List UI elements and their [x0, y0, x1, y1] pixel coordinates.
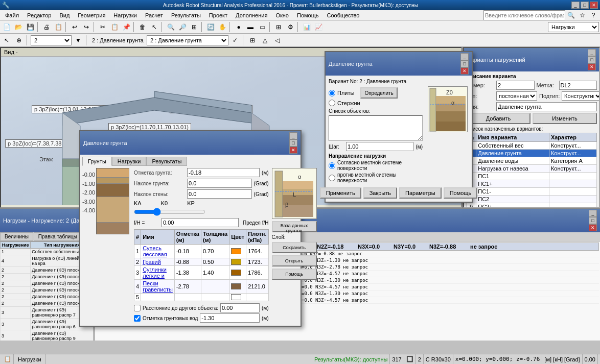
- redo-btn[interactable]: ↪: [81, 21, 92, 33]
- search-input[interactable]: [483, 10, 565, 20]
- variant-row[interactable]: 8 ПС2: [467, 196, 597, 203]
- pan-btn[interactable]: ✋: [217, 21, 228, 33]
- variant-row[interactable]: 4 Нагрузка от навеса Конструкт...: [467, 165, 597, 173]
- soil-row[interactable]: 5: [134, 294, 269, 301]
- gd2-minimize[interactable]: _: [460, 53, 469, 60]
- rasstoyaniye-input[interactable]: [220, 303, 260, 312]
- bp-maximize[interactable]: □: [589, 217, 597, 224]
- k-slider[interactable]: [134, 208, 205, 216]
- menu-view[interactable]: Вид: [55, 11, 74, 19]
- menu-loads[interactable]: Нагрузки: [109, 11, 141, 19]
- soil-row[interactable]: 2 Гравий -0.88 0.50 1723.: [134, 258, 269, 266]
- radio-protiv[interactable]: [329, 175, 335, 181]
- delete-btn[interactable]: 🗑: [137, 21, 148, 33]
- izmenit-btn[interactable]: Изменить: [533, 113, 597, 124]
- tip-select[interactable]: постоянная: [496, 91, 537, 101]
- status-loads-tab[interactable]: Нагрузки: [14, 354, 46, 364]
- menu-calc[interactable]: Расчет: [141, 11, 167, 19]
- help-btn[interactable]: ?: [588, 10, 599, 21]
- calc-btn[interactable]: ⚙: [285, 21, 296, 33]
- tb2-btn2[interactable]: ⊕: [13, 35, 25, 46]
- open-soil-btn[interactable]: Открыть: [272, 255, 317, 266]
- gd1-tab-nagruzki[interactable]: Нагрузки: [112, 157, 147, 166]
- beam-btn[interactable]: ▬: [245, 21, 256, 33]
- copy-btn[interactable]: 📋: [109, 21, 120, 33]
- variant-row[interactable]: 9 ПС2+: [467, 203, 597, 207]
- new-btn[interactable]: 📄: [1, 21, 12, 33]
- naklon-grunta-input[interactable]: [187, 179, 252, 188]
- zoom-fit-btn[interactable]: ⊞: [189, 21, 200, 33]
- bp-close[interactable]: ✕: [589, 224, 597, 231]
- mesh-btn[interactable]: ⊞: [273, 21, 284, 33]
- save-btn[interactable]: 💾: [25, 21, 36, 33]
- variant-row[interactable]: 1 Собственный вес Конструкт...: [467, 142, 597, 150]
- soil-row[interactable]: 1 Супесь лессовая -0.18 0.70 1764.: [134, 245, 269, 258]
- rasstoyaniye-check[interactable]: [134, 305, 141, 311]
- nomer-input[interactable]: [496, 81, 535, 90]
- menu-geometry[interactable]: Геометрия: [74, 11, 109, 19]
- gd1-close[interactable]: ✕: [289, 147, 297, 154]
- menu-results[interactable]: Результаты: [167, 11, 205, 19]
- tb2-tool3[interactable]: ◁: [271, 35, 283, 46]
- variant-row[interactable]: 7 ПС1-: [467, 188, 597, 196]
- imya-input[interactable]: [496, 102, 597, 111]
- gd1-tab-grunty[interactable]: Грунты: [82, 157, 112, 166]
- parametry-btn[interactable]: Параметры: [399, 187, 442, 199]
- variants-maximize[interactable]: □: [588, 56, 596, 63]
- menu-community[interactable]: Сообщество: [322, 11, 363, 19]
- menu-editor[interactable]: Редактор: [23, 11, 55, 19]
- ground-dialog-1-title[interactable]: Давление грунта _ □ ✕: [80, 131, 301, 155]
- variant-row[interactable]: 3 Давление воды Категория А: [467, 157, 597, 165]
- tb2-apply-btn[interactable]: ✓: [229, 35, 241, 46]
- variants-minimize[interactable]: _: [588, 49, 596, 56]
- metka-input[interactable]: [559, 81, 597, 90]
- tb2-btn1[interactable]: ↖: [1, 35, 12, 46]
- paste-btn[interactable]: 📌: [121, 21, 132, 33]
- pomoshch-gd2-btn[interactable]: Помощь: [444, 187, 478, 199]
- bottom-panel-controls[interactable]: _ □ ✕: [589, 210, 597, 231]
- open-btn[interactable]: 📂: [13, 21, 24, 33]
- tb2-tool1[interactable]: ⊞: [247, 35, 258, 46]
- minimize-btn[interactable]: _: [571, 2, 580, 9]
- menu-help[interactable]: Помощь: [293, 11, 323, 19]
- variant-row[interactable]: 5 ПС1: [467, 173, 597, 180]
- tb2-tool2[interactable]: △: [259, 35, 270, 46]
- radio-sterzhni[interactable]: [329, 100, 335, 106]
- variants-panel-controls[interactable]: _ □ ✕: [588, 49, 596, 70]
- loads-combo[interactable]: Нагрузки: [548, 22, 599, 32]
- podtip-select[interactable]: Конструктивн.: [562, 91, 599, 101]
- cut-btn[interactable]: ✂: [97, 21, 108, 33]
- gd1-minimize[interactable]: _: [289, 132, 297, 139]
- otmetka-vod-input[interactable]: [200, 313, 260, 323]
- opredelit-btn[interactable]: Определить: [360, 87, 397, 99]
- zoom-in-btn[interactable]: 🔍: [165, 21, 176, 33]
- tb2-arrow-btn[interactable]: ▼: [73, 35, 84, 46]
- otmetka-input[interactable]: [187, 168, 260, 177]
- search-btn[interactable]: 🔍: [565, 10, 576, 21]
- load-select[interactable]: 2 : Давление грунта: [147, 35, 228, 45]
- save-soil-btn[interactable]: Сохранить: [272, 242, 317, 253]
- dobavit-btn[interactable]: Добавить: [466, 113, 530, 124]
- shag-input[interactable]: [346, 142, 413, 151]
- naklon-steny-input[interactable]: [187, 189, 252, 199]
- zakryt-gd2-btn[interactable]: Закрыть: [363, 187, 397, 199]
- zoom-out-btn[interactable]: 🔎: [177, 21, 188, 33]
- tab-pravka-tablitsy[interactable]: Правка таблицы: [34, 232, 82, 241]
- select-btn[interactable]: ↖: [149, 21, 160, 33]
- panel-btn[interactable]: ▭: [257, 21, 268, 33]
- baza-btn[interactable]: База данных грунтов: [272, 221, 317, 232]
- tab-velichiny[interactable]: Величины: [0, 232, 33, 241]
- gd1-controls[interactable]: _ □ ✕: [289, 132, 297, 154]
- help-soil-btn[interactable]: Помощь: [272, 269, 317, 280]
- gd2-close[interactable]: ✕: [460, 67, 469, 75]
- soil-row[interactable]: 3 Суглинки лёгкие и -1.38 1.40 1786.: [134, 266, 269, 280]
- print-preview-btn[interactable]: 📋: [53, 21, 64, 33]
- menu-project[interactable]: Проект: [205, 11, 232, 19]
- menu-additions[interactable]: Дополнения: [232, 11, 271, 19]
- gd1-maximize[interactable]: □: [289, 139, 297, 147]
- window-controls[interactable]: _ □ ✕: [571, 2, 598, 9]
- result-btn[interactable]: 📊: [301, 21, 312, 33]
- star-btn[interactable]: ☆: [576, 10, 588, 21]
- gd2-controls[interactable]: _ □ ✕: [460, 53, 469, 75]
- rotate-btn[interactable]: 🔄: [205, 21, 216, 33]
